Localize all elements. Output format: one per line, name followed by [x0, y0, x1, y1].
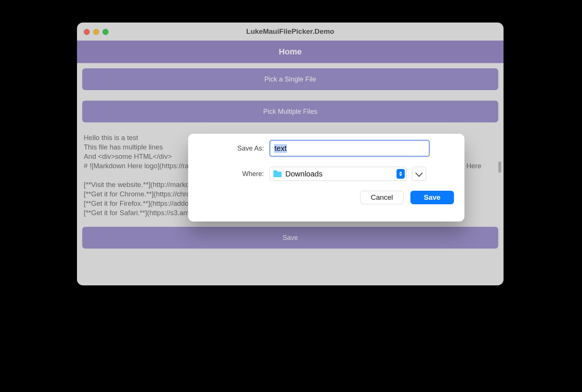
- close-window-button[interactable]: [84, 29, 90, 35]
- page-title: Home: [279, 47, 302, 57]
- pick-multiple-files-label: Pick Multiple Files: [263, 108, 317, 116]
- save-button-label: Save: [282, 234, 298, 242]
- pick-single-file-button[interactable]: Pick a Single File: [82, 68, 498, 90]
- where-row: Downloads: [269, 167, 426, 181]
- save-button[interactable]: Save: [82, 227, 498, 249]
- location-dropdown[interactable]: Downloads: [269, 167, 407, 181]
- minimize-window-button[interactable]: [93, 29, 99, 35]
- maximize-window-button[interactable]: [103, 29, 109, 35]
- pick-multiple-files-button[interactable]: Pick Multiple Files: [82, 101, 498, 122]
- save-dialog: Save As: text Where: Downloads: [188, 134, 464, 222]
- folder-icon: [273, 170, 282, 177]
- dialog-footer: Cancel Save: [196, 191, 456, 204]
- chevron-down-icon: [415, 169, 423, 177]
- app-window: LukeMauiFilePicker.Demo Home Pick a Sing…: [77, 23, 504, 285]
- window-title: LukeMauiFilePicker.Demo: [246, 27, 334, 36]
- scrollbar-thumb[interactable]: [498, 161, 501, 173]
- cancel-button-label: Cancel: [371, 193, 393, 202]
- titlebar: LukeMauiFilePicker.Demo: [77, 23, 504, 41]
- cancel-button[interactable]: Cancel: [360, 191, 404, 204]
- window-controls: [84, 29, 109, 35]
- location-value: Downloads: [285, 170, 393, 178]
- expand-dialog-button[interactable]: [412, 167, 426, 181]
- where-label: Where:: [196, 170, 269, 178]
- dialog-save-button[interactable]: Save: [410, 191, 454, 204]
- updown-stepper-icon: [397, 169, 405, 179]
- dialog-save-button-label: Save: [424, 193, 440, 202]
- save-as-label: Save As:: [196, 145, 269, 152]
- filename-input-value: text: [274, 144, 287, 153]
- filename-input[interactable]: text: [269, 140, 430, 157]
- page-header: Home: [77, 41, 504, 63]
- pick-single-file-label: Pick a Single File: [264, 75, 316, 83]
